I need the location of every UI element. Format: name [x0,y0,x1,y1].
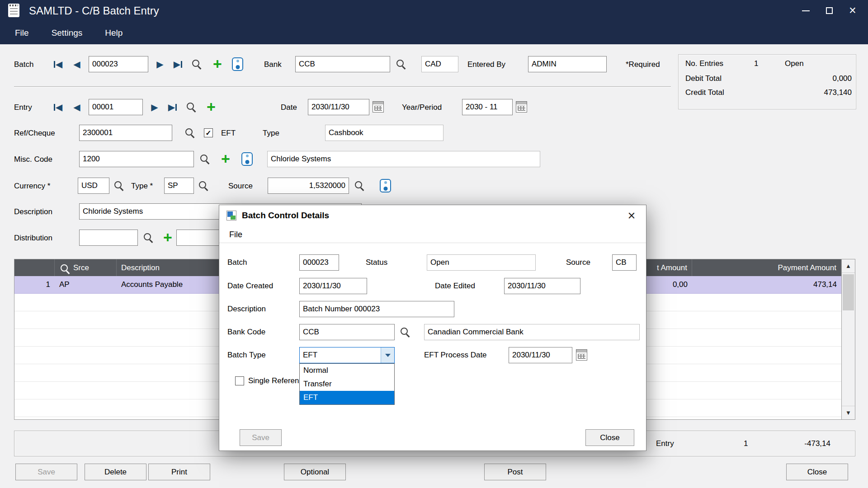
eft-checkbox[interactable]: ✓ [204,128,213,137]
dlg-description-input[interactable] [299,301,454,317]
entered-by-input[interactable] [528,56,607,72]
entry-input[interactable] [89,99,143,115]
entry-first-button[interactable]: ◀ [50,99,66,116]
dlg-bank-name-input [424,324,640,340]
grid-header-description-label: Description [121,259,160,276]
first-bar-icon [54,104,55,111]
credit-label: Credit Total [685,86,724,99]
credit-value: 473,140 [824,86,852,99]
date-calendar-icon[interactable] [373,101,384,113]
batch-last-button[interactable]: ▶ [170,56,186,73]
print-button[interactable]: Print [148,464,210,480]
grid-header-payment[interactable]: Payment Amount [692,259,841,276]
first-bar-icon [54,61,55,68]
dlg-batch-input[interactable] [299,254,339,271]
dlg-eft-calendar-icon[interactable] [576,349,587,361]
batch-next-button[interactable]: ▶ [152,56,168,73]
currency-search-icon[interactable] [113,179,125,191]
year-period-calendar-icon[interactable] [516,101,527,113]
separator-line [14,86,671,87]
year-period-input[interactable] [462,99,513,115]
dropdown-option-eft[interactable]: EFT [300,391,394,404]
batch-first-button[interactable]: ◀ [50,56,66,73]
menu-help[interactable]: Help [94,21,134,44]
grid-header-amount-label: t Amount [657,259,687,276]
dialog-close-button[interactable]: × [622,205,642,226]
misc-add-icon[interactable]: + [219,151,232,168]
menu-settings[interactable]: Settings [40,21,94,44]
ref-cheque-input[interactable] [79,125,172,141]
batch-type-select[interactable]: EFT [299,347,395,363]
misc-drilldown-icon[interactable] [241,152,253,166]
batch-search-icon[interactable] [191,58,203,70]
prev-icon: ◀ [56,59,62,69]
optional-button[interactable]: Optional [284,464,346,480]
bank-search-icon[interactable] [395,58,407,70]
single-ref-label: Single Referen [248,372,299,389]
batch-prev-button[interactable]: ◀ [69,56,85,73]
single-ref-checkbox[interactable] [235,376,244,385]
minimize-button[interactable] [794,0,817,21]
type-label: Type [263,125,279,141]
delete-button[interactable]: Delete [85,464,146,480]
save-button[interactable]: Save [15,464,77,480]
ref-search-icon[interactable] [184,127,196,138]
dlg-close-button[interactable]: Close [585,429,634,446]
dlg-eft-date-label: EFT Process Date [424,347,487,363]
entry-search-icon[interactable] [185,101,197,113]
grid-scrollbar[interactable]: ▲ ▼ [841,259,855,419]
next-icon: ▶ [168,102,175,112]
dropdown-option-transfer[interactable]: Transfer [300,377,394,391]
distribution-input[interactable] [79,230,138,246]
dlg-edited-input[interactable] [504,278,580,294]
source-drilldown-icon[interactable] [380,179,391,192]
maximize-button[interactable] [817,0,841,21]
menubar: File Settings Help [0,21,868,44]
dlg-save-button[interactable]: Save [240,429,282,446]
misc-code-input[interactable] [79,151,194,167]
date-input[interactable] [308,99,369,115]
main-close-button[interactable]: Close [786,464,848,480]
batch-drilldown-icon[interactable] [232,57,243,71]
distribution-add-icon[interactable]: + [161,230,175,246]
entry-add-icon[interactable]: + [204,99,218,116]
dlg-bank-search-icon[interactable] [399,326,411,338]
entry-next-button[interactable]: ▶ [146,99,163,116]
source-search-icon[interactable] [354,179,365,191]
entry-last-button[interactable]: ▶ [165,99,181,116]
dialog-menubar: File [219,226,646,243]
rate-type-input[interactable] [164,178,194,194]
combo-arrow-button[interactable] [381,347,394,363]
summary-entry-value: 1 [744,435,748,452]
close-window-button[interactable]: × [841,0,864,21]
dialog-menu-file[interactable]: File [226,226,245,243]
bank-input[interactable] [295,56,390,72]
source-input[interactable] [268,178,349,194]
entry-label: Entry [14,99,32,116]
grid-search-icon[interactable] [59,263,70,273]
dialog: Batch Control Details × File Batch Statu… [219,205,646,451]
batch-add-icon[interactable]: + [211,56,224,73]
dlg-source-label: Source [566,254,590,271]
dropdown-option-normal[interactable]: Normal [300,364,394,377]
rate-type-search-icon[interactable] [198,179,209,191]
entry-prev-button[interactable]: ◀ [69,99,85,116]
dlg-eft-date-input[interactable] [509,347,572,363]
grid-header-srce[interactable]: Srce [55,259,117,276]
scroll-down-button[interactable]: ▼ [842,406,855,419]
dlg-bank-input[interactable] [299,324,395,340]
post-button[interactable]: Post [484,464,546,480]
distribution-search-icon[interactable] [142,231,154,243]
scroll-up-button[interactable]: ▲ [842,259,855,273]
batch-input[interactable] [89,56,148,72]
batch-type-value: EFT [300,347,381,363]
dlg-created-input[interactable] [299,278,367,294]
misc-search-icon[interactable] [199,153,211,164]
batch-status: Open [785,57,804,70]
scroll-thumb[interactable] [843,274,854,310]
menu-file[interactable]: File [4,21,40,44]
bank-currency-box [421,56,458,72]
date-label: Date [281,99,297,116]
dlg-source-input[interactable] [612,254,637,271]
currency-input[interactable] [78,178,109,194]
